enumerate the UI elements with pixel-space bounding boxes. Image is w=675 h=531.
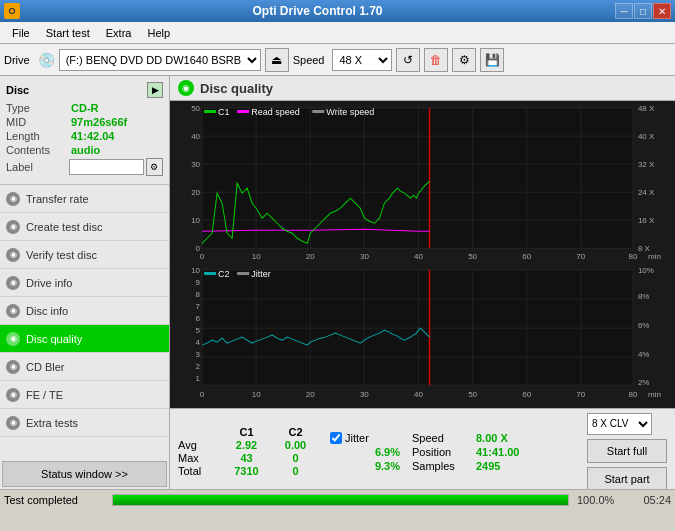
total-c2-value: 0 <box>273 465 318 477</box>
status-window-button[interactable]: Status window >> <box>2 461 167 487</box>
svg-text:30: 30 <box>360 391 369 400</box>
close-button[interactable]: ✕ <box>653 3 671 19</box>
sidebar-item-cd-bler[interactable]: ◉ CD Bler <box>0 353 169 381</box>
length-label: Length <box>6 130 71 142</box>
svg-text:10: 10 <box>191 216 200 225</box>
jitter-checkbox[interactable] <box>330 432 342 444</box>
chart1-container: 50 40 30 20 10 0 48 X 40 X 32 X 24 X 16 … <box>172 103 673 263</box>
sidebar-item-drive-info-label: Drive info <box>26 277 72 289</box>
disc-label-config-button[interactable]: ⚙ <box>146 158 163 176</box>
sidebar-item-transfer-rate-label: Transfer rate <box>26 193 89 205</box>
label-label: Label <box>6 161 69 173</box>
disc-info-icon: ◉ <box>6 304 20 318</box>
svg-text:6%: 6% <box>638 321 650 330</box>
drive-label: Drive <box>4 54 30 66</box>
svg-text:80: 80 <box>628 391 637 400</box>
maximize-button[interactable]: □ <box>634 3 652 19</box>
svg-text:Jitter: Jitter <box>251 269 271 279</box>
sidebar-item-extra-tests[interactable]: ◉ Extra tests <box>0 409 169 437</box>
menu-extra[interactable]: Extra <box>98 25 140 41</box>
svg-text:20: 20 <box>191 188 200 197</box>
svg-text:10: 10 <box>252 252 261 261</box>
menu-help[interactable]: Help <box>139 25 178 41</box>
sidebar-item-fe-te[interactable]: ◉ FE / TE <box>0 381 169 409</box>
svg-text:60: 60 <box>522 252 531 261</box>
config-button[interactable]: ⚙ <box>452 48 476 72</box>
sidebar-item-verify-test-disc[interactable]: ◉ Verify test disc <box>0 241 169 269</box>
eject-button[interactable]: ⏏ <box>265 48 289 72</box>
svg-text:1: 1 <box>196 375 201 384</box>
svg-text:10: 10 <box>252 391 261 400</box>
start-part-button[interactable]: Start part <box>587 467 667 489</box>
svg-rect-47 <box>202 270 633 385</box>
svg-text:30: 30 <box>191 160 200 169</box>
svg-rect-1 <box>202 108 633 248</box>
svg-text:70: 70 <box>576 252 585 261</box>
stats-panel: C1 C2 Avg 2.92 0.00 Max 43 0 Total 7310 … <box>170 408 675 489</box>
avg-jitter-value: 6.9% <box>330 446 400 458</box>
total-c1-value: 7310 <box>224 465 269 477</box>
sidebar-item-create-test-disc[interactable]: ◉ Create test disc <box>0 213 169 241</box>
disc-label-input[interactable] <box>69 159 144 175</box>
clear-button[interactable]: 🗑 <box>424 48 448 72</box>
svg-text:40 X: 40 X <box>638 132 655 141</box>
sidebar-item-drive-info[interactable]: ◉ Drive info <box>0 269 169 297</box>
svg-text:32 X: 32 X <box>638 160 655 169</box>
svg-text:50: 50 <box>468 252 477 261</box>
main-area: Disc ▶ Type CD-R MID 97m26s66f Length 41… <box>0 76 675 489</box>
status-text: Test completed <box>4 494 104 506</box>
svg-text:Write speed: Write speed <box>326 107 374 117</box>
svg-text:40: 40 <box>414 252 423 261</box>
samples-label: Samples <box>412 460 472 472</box>
sidebar-item-transfer-rate[interactable]: ◉ Transfer rate <box>0 185 169 213</box>
progress-percentage: 100.0% <box>577 494 622 506</box>
type-value: CD-R <box>71 102 99 114</box>
minimize-button[interactable]: ─ <box>615 3 633 19</box>
sidebar-item-fe-te-label: FE / TE <box>26 389 63 401</box>
speed-select[interactable]: 48 X <box>332 49 392 71</box>
content-header: ◉ Disc quality <box>170 76 675 101</box>
svg-text:10%: 10% <box>638 266 654 275</box>
save-button[interactable]: 💾 <box>480 48 504 72</box>
progress-bar <box>112 494 569 506</box>
disc-arrow-button[interactable]: ▶ <box>147 82 163 98</box>
menu-start-test[interactable]: Start test <box>38 25 98 41</box>
svg-text:Read speed: Read speed <box>251 107 300 117</box>
avg-label: Avg <box>178 439 220 451</box>
svg-text:3: 3 <box>196 350 201 359</box>
sidebar-item-create-test-disc-label: Create test disc <box>26 221 102 233</box>
svg-rect-90 <box>237 272 249 275</box>
svg-text:10: 10 <box>191 266 200 275</box>
stats-c1-header: C1 <box>224 426 269 438</box>
sidebar-item-disc-quality[interactable]: ◉ Disc quality <box>0 325 169 353</box>
app-icon: O <box>4 3 20 19</box>
sidebar-item-disc-info[interactable]: ◉ Disc info <box>0 297 169 325</box>
start-full-button[interactable]: Start full <box>587 439 667 463</box>
action-buttons: 8 X CLV 16 X CLV 24 X CLV 32 X CLV 48 X … <box>587 413 667 489</box>
svg-text:4: 4 <box>196 338 201 347</box>
svg-text:4%: 4% <box>638 350 650 359</box>
svg-text:0: 0 <box>200 391 205 400</box>
contents-value: audio <box>71 144 100 156</box>
chart2-svg: 10 9 8 7 6 5 4 3 2 1 10% 8% 6% 4% 2% <box>172 265 673 405</box>
svg-text:16 X: 16 X <box>638 216 655 225</box>
svg-text:50: 50 <box>468 391 477 400</box>
drive-select[interactable]: (F:) BENQ DVD DD DW1640 BSRB <box>59 49 261 71</box>
length-value: 41:42.04 <box>71 130 114 142</box>
window-title: Opti Drive Control 1.70 <box>20 4 615 18</box>
max-c1-value: 43 <box>224 452 269 464</box>
svg-rect-88 <box>204 272 216 275</box>
type-label: Type <box>6 102 71 114</box>
refresh-button[interactable]: ↺ <box>396 48 420 72</box>
verify-test-disc-icon: ◉ <box>6 248 20 262</box>
jitter-label: Jitter <box>345 432 369 444</box>
total-label: Total <box>178 465 220 477</box>
svg-text:0: 0 <box>200 252 205 261</box>
speed-section: Speed 8.00 X Position 41:41.00 Samples 2… <box>412 432 546 472</box>
max-jitter-value: 9.3% <box>330 460 400 472</box>
clv-speed-select[interactable]: 8 X CLV 16 X CLV 24 X CLV 32 X CLV 48 X … <box>587 413 652 435</box>
create-test-disc-icon: ◉ <box>6 220 20 234</box>
menu-file[interactable]: File <box>4 25 38 41</box>
samples-value: 2495 <box>476 460 546 472</box>
svg-text:40: 40 <box>191 132 200 141</box>
